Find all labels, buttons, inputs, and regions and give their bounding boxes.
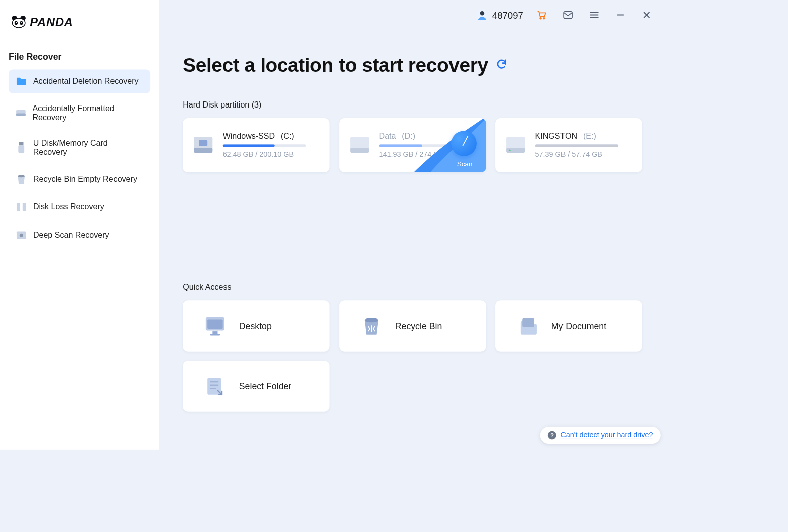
help-pill[interactable]: ? Can't detect your hard drive? [540, 427, 661, 444]
quick-select-folder[interactable]: Select Folder [183, 361, 329, 411]
sidebar-item-formatted[interactable]: Accidentally Formatted Recovery [9, 97, 150, 128]
svg-point-39 [365, 318, 378, 322]
refresh-button[interactable] [496, 58, 508, 72]
svg-rect-20 [564, 12, 572, 19]
usage-bar [223, 144, 306, 147]
disk-split-icon [15, 201, 27, 214]
mail-icon [562, 11, 573, 21]
partitions-heading: Hard Disk partition (3) [183, 100, 642, 110]
avatar-icon [476, 9, 488, 23]
sidebar-item-recyclebin[interactable]: Recycle Bin Empty Recovery [9, 167, 150, 191]
quick-access-heading: Quick Access [183, 283, 642, 292]
sidebar-item-accidental-deletion[interactable]: Accidental Deletion Recovery [9, 70, 150, 93]
usage-bar [535, 144, 619, 147]
menu-icon [590, 11, 599, 21]
quick-access-cards: Desktop Recycle Bin My Document [183, 300, 642, 411]
svg-rect-36 [207, 319, 222, 329]
svg-rect-10 [18, 145, 24, 153]
recyclebin-icon [360, 315, 382, 337]
svg-point-11 [18, 175, 25, 177]
svg-rect-9 [19, 142, 23, 145]
cart-button[interactable] [533, 8, 549, 24]
svg-rect-28 [194, 148, 212, 153]
minimize-button[interactable] [612, 8, 628, 24]
svg-rect-40 [522, 318, 534, 327]
svg-point-5 [16, 22, 17, 23]
quick-recyclebin[interactable]: Recycle Bin [339, 300, 486, 351]
partition-label: KINGSTON (E:) [535, 132, 634, 141]
user-account[interactable]: 487097 [476, 9, 523, 23]
folder-icon [15, 75, 27, 87]
partition-card-e[interactable]: KINGSTON (E:) 57.39 GB / 57.74 GB [495, 118, 642, 172]
panda-icon [10, 13, 27, 31]
sidebar: PANDA File Recover Accidental Deletion R… [0, 0, 159, 450]
minimize-icon [616, 11, 625, 21]
svg-point-6 [21, 22, 22, 23]
app-logo: PANDA [0, 9, 159, 44]
sidebar-item-deepscan[interactable]: Deep Scan Recovery [9, 223, 150, 247]
sidebar-item-label: Recycle Bin Empty Recovery [33, 174, 137, 184]
partition-card-d[interactable]: Data (D:) 141.93 GB / 274.62 GB Scan [339, 118, 486, 172]
refresh-icon [496, 64, 508, 71]
desktop-icon [204, 315, 226, 337]
scan-icon [15, 229, 27, 241]
quick-label: Desktop [239, 321, 272, 331]
menu-button[interactable] [586, 8, 602, 24]
sidebar-item-label: Accidental Deletion Recovery [33, 77, 139, 86]
document-icon [516, 315, 538, 337]
close-button[interactable] [639, 8, 655, 24]
svg-rect-43 [210, 385, 218, 386]
quick-desktop[interactable]: Desktop [183, 300, 329, 351]
scan-label: Scan [457, 160, 473, 168]
svg-point-15 [20, 234, 23, 237]
sidebar-item-label: Disk Loss Recovery [33, 202, 104, 212]
svg-rect-13 [23, 203, 26, 211]
svg-rect-37 [212, 331, 217, 334]
svg-rect-29 [199, 140, 207, 146]
app-name: PANDA [30, 15, 73, 29]
sidebar-item-diskloss[interactable]: Disk Loss Recovery [9, 195, 150, 219]
drive-icon [15, 107, 26, 119]
main-area: 487097 Selec [159, 0, 666, 450]
help-link[interactable]: Can't detect your hard drive? [560, 431, 653, 440]
partition-cards: Windows-SSD (C:) 62.48 GB / 200.10 GB Da… [183, 118, 642, 172]
cart-icon [536, 10, 546, 22]
svg-rect-38 [210, 334, 220, 335]
partition-label: Windows-SSD (C:) [223, 132, 321, 141]
help-icon: ? [548, 431, 556, 440]
quick-label: My Document [551, 321, 606, 331]
quick-label: Select Folder [239, 381, 292, 391]
trash-icon [15, 173, 27, 185]
select-folder-icon [204, 375, 226, 397]
disk-icon [191, 133, 215, 157]
svg-rect-12 [17, 203, 20, 211]
svg-rect-8 [16, 114, 26, 116]
mail-button[interactable] [560, 8, 576, 24]
svg-point-19 [543, 18, 545, 19]
svg-point-18 [540, 18, 541, 19]
titlebar: 487097 [159, 0, 666, 24]
close-icon [642, 11, 651, 21]
sidebar-section-title: File Recover [0, 44, 159, 70]
user-id: 487097 [492, 10, 523, 21]
scan-button[interactable] [451, 131, 477, 156]
svg-point-17 [480, 11, 484, 15]
disk-icon [504, 133, 527, 157]
sidebar-nav: Accidental Deletion Recovery Accidentall… [0, 70, 159, 247]
svg-rect-44 [210, 388, 216, 389]
sidebar-item-label: Deep Scan Recovery [33, 231, 109, 240]
svg-point-34 [509, 149, 510, 151]
quick-mydocument[interactable]: My Document [495, 300, 642, 351]
usage-bar [379, 144, 463, 147]
sidebar-item-udisk[interactable]: U Disk/Memory Card Recovery [9, 133, 150, 163]
partition-card-c[interactable]: Windows-SSD (C:) 62.48 GB / 200.10 GB [183, 118, 329, 172]
partition-size: 62.48 GB / 200.10 GB [223, 150, 321, 159]
quick-label: Recycle Bin [395, 321, 442, 331]
disk-icon [348, 133, 371, 157]
svg-point-2 [13, 18, 25, 28]
sidebar-item-label: U Disk/Memory Card Recovery [33, 138, 144, 157]
page-title: Select a location to start recovery [183, 53, 488, 76]
usb-icon [15, 142, 27, 154]
svg-rect-42 [210, 381, 218, 383]
sidebar-item-label: Accidentally Formatted Recovery [32, 103, 143, 122]
